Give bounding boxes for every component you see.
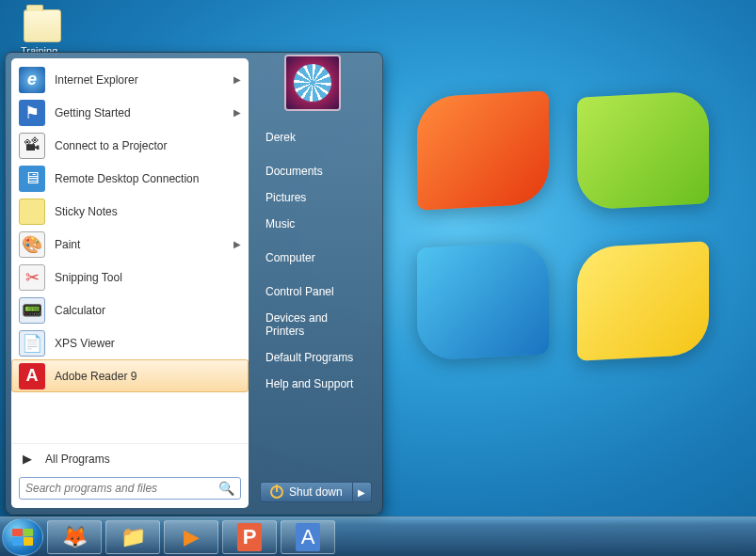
search-input[interactable]	[25, 482, 218, 495]
right-item-computer[interactable]: Computer	[260, 245, 373, 271]
start-item-xps[interactable]: 📄XPS Viewer	[11, 326, 249, 359]
all-programs-button[interactable]: ▶ All Programs	[11, 443, 249, 473]
right-item-documents[interactable]: Documents	[260, 158, 373, 184]
windows-logo-wallpaper	[417, 94, 709, 357]
powerpoint-icon: P	[237, 523, 263, 551]
taskbar-item-media-player[interactable]: ▶	[164, 520, 218, 554]
right-item-music[interactable]: Music	[260, 211, 373, 237]
start-item-label: Calculator	[55, 304, 241, 317]
folder-icon	[24, 9, 61, 42]
ie-icon	[19, 67, 45, 93]
start-item-sticky[interactable]: Sticky Notes	[11, 195, 249, 228]
all-programs-label: All Programs	[45, 453, 110, 466]
right-item-derek[interactable]: Derek	[260, 124, 373, 151]
start-menu-right-pane: DerekDocumentsPicturesMusicComputerContr…	[249, 58, 377, 508]
start-item-label: Connect to a Projector	[55, 139, 241, 152]
right-item-pictures[interactable]: Pictures	[260, 184, 373, 211]
taskbar-item-explorer[interactable]: 📁	[105, 520, 160, 554]
search-icon: 🔍	[218, 481, 234, 496]
sticky-icon	[19, 199, 45, 225]
calc-icon: 📟	[19, 297, 45, 324]
start-item-proj[interactable]: 📽Connect to a Projector	[11, 129, 249, 162]
shutdown-button[interactable]: Shut down	[260, 482, 353, 502]
shutdown-label: Shut down	[289, 485, 343, 499]
taskbar-item-word[interactable]: A	[281, 520, 335, 554]
start-item-label: Snipping Tool	[55, 271, 241, 284]
explorer-icon: 📁	[121, 525, 146, 549]
search-box[interactable]: 🔍	[19, 477, 241, 500]
power-icon	[270, 485, 283, 499]
gs-icon: ⚑	[19, 100, 45, 126]
start-item-rdc[interactable]: 🖥Remote Desktop Connection	[11, 162, 249, 195]
start-menu-left-pane: Internet Explorer▶⚑Getting Started▶📽Conn…	[11, 58, 249, 508]
right-item-default-programs[interactable]: Default Programs	[260, 344, 373, 371]
desktop-folder-training[interactable]: Training -	[14, 9, 71, 56]
proj-icon: 📽	[19, 133, 45, 159]
arrow-right-icon: ▶	[23, 452, 32, 466]
word-icon: A	[296, 523, 321, 551]
right-item-control-panel[interactable]: Control Panel	[260, 278, 373, 305]
start-item-gs[interactable]: ⚑Getting Started▶	[11, 96, 249, 129]
submenu-arrow-icon: ▶	[233, 74, 241, 85]
taskbar-item-powerpoint[interactable]: P	[222, 520, 277, 554]
adobe-icon: A	[19, 363, 45, 389]
rdc-icon: 🖥	[19, 166, 45, 192]
start-item-label: Remote Desktop Connection	[55, 172, 241, 185]
start-item-label: Sticky Notes	[55, 205, 241, 218]
start-item-adobe[interactable]: AAdobe Reader 9	[11, 359, 249, 392]
xps-icon: 📄	[19, 330, 45, 357]
start-item-label: Adobe Reader 9	[55, 370, 241, 383]
start-item-ie[interactable]: Internet Explorer▶	[11, 63, 249, 96]
start-item-label: Getting Started	[55, 106, 233, 119]
start-item-label: XPS Viewer	[55, 337, 241, 350]
start-item-label: Internet Explorer	[55, 73, 233, 87]
start-button[interactable]	[2, 518, 43, 556]
start-menu: Internet Explorer▶⚑Getting Started▶📽Conn…	[5, 52, 383, 515]
firefox-icon: 🦊	[62, 525, 88, 549]
taskbar-item-firefox[interactable]: 🦊	[47, 520, 102, 554]
snip-icon: ✂	[19, 264, 45, 291]
submenu-arrow-icon: ▶	[233, 239, 241, 249]
start-item-paint[interactable]: 🎨Paint▶	[11, 228, 249, 261]
taskbar: 🦊📁▶PA	[0, 516, 756, 556]
media-player-icon: ▶	[184, 525, 200, 549]
start-item-calc[interactable]: 📟Calculator	[11, 294, 249, 326]
right-item-devices-and-printers[interactable]: Devices and Printers	[260, 305, 373, 344]
shutdown-options-button[interactable]: ▶	[353, 482, 372, 502]
start-item-label: Paint	[55, 238, 233, 251]
submenu-arrow-icon: ▶	[233, 107, 241, 118]
user-picture[interactable]	[284, 55, 341, 111]
right-item-help-and-support[interactable]: Help and Support	[260, 371, 373, 397]
paint-icon: 🎨	[19, 231, 45, 258]
start-item-snip[interactable]: ✂Snipping Tool	[11, 261, 249, 294]
